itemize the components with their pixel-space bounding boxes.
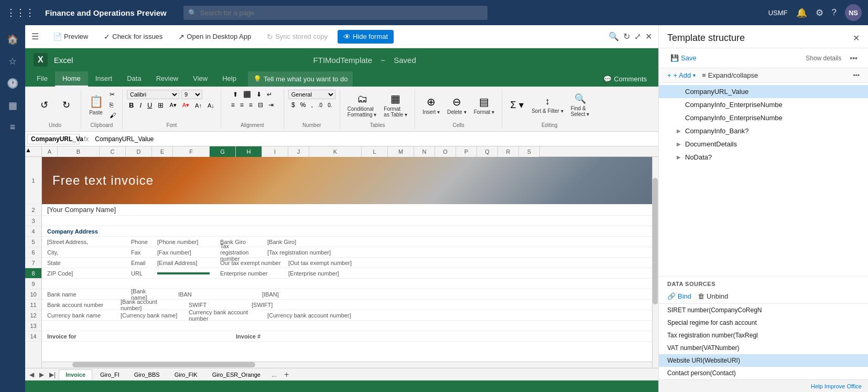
unbind-button[interactable]: 🗑 Unbind [698, 292, 728, 300]
sidebar-grid-icon[interactable]: ▦ [4, 96, 21, 115]
expand-icon[interactable]: ⤢ [634, 31, 641, 41]
notifications-icon[interactable]: 🔔 [796, 7, 807, 18]
tab-file[interactable]: File [29, 71, 55, 87]
align-left-button[interactable]: ≡ [229, 100, 237, 110]
app-grid-icon[interactable]: ⋮⋮⋮ [6, 7, 35, 18]
row-5[interactable]: 5 [25, 237, 41, 247]
check-issues-button[interactable]: ✓ Check for issues [98, 30, 168, 44]
formula-input[interactable] [93, 134, 656, 144]
sync-button[interactable]: ↻ Sync stored copy [261, 30, 333, 44]
search-toolbar-icon[interactable]: 🔍 [609, 31, 619, 41]
comma-button[interactable]: , [309, 100, 314, 110]
row-1[interactable]: 1 [25, 157, 41, 204]
col-s[interactable]: S [519, 146, 540, 157]
col-f[interactable]: F [173, 146, 210, 157]
font-color-button[interactable]: A▾ [180, 101, 191, 110]
sheet-tab-giro-esr[interactable]: Giro_ESR_Orange [205, 369, 267, 380]
decrease-font-button[interactable]: A↓ [205, 101, 216, 110]
expand-collapse-button[interactable]: ≡ Expand/collapse [702, 71, 758, 79]
italic-button[interactable]: I [137, 100, 144, 110]
tab-data[interactable]: Data [120, 71, 148, 87]
tab-home[interactable]: Home [55, 71, 88, 87]
help-icon[interactable]: ? [832, 7, 837, 18]
format-cells-button[interactable]: ▤ Format ▾ [471, 94, 497, 116]
add-button[interactable]: + + Add ▾ [667, 71, 696, 79]
cut-button[interactable]: ✂ [107, 90, 118, 99]
col-q[interactable]: Q [477, 146, 498, 157]
format-as-table-button[interactable]: ▦ Formatas Table ▾ [381, 91, 410, 119]
vertical-scrollbar[interactable] [652, 157, 658, 368]
align-top-button[interactable]: ⬆ [231, 90, 240, 99]
tree-item-companyinfo-1[interactable]: CompanyInfo_EnterpriseNumbe [659, 98, 868, 111]
sidebar-list-icon[interactable]: ≡ [6, 118, 20, 137]
row-7[interactable]: 7 [25, 258, 41, 268]
row-12[interactable]: 12 [25, 310, 41, 321]
sidebar-clock-icon[interactable]: 🕐 [3, 73, 23, 93]
col-k[interactable]: K [309, 146, 362, 157]
refresh-icon[interactable]: ↻ [623, 31, 630, 41]
avatar[interactable]: NS [845, 4, 862, 21]
row-6[interactable]: 6 [25, 247, 41, 258]
url-selected-cell[interactable] [157, 272, 210, 274]
underline-button[interactable]: U [145, 100, 154, 110]
save-button[interactable]: 💾 Save [667, 52, 700, 63]
corner-cell[interactable]: ▲ [25, 146, 42, 156]
tree-item-nodata[interactable]: ▶ NoData? [659, 151, 868, 164]
tab-nav-next[interactable]: ▶ [37, 370, 46, 379]
row-13[interactable]: 13 [25, 321, 41, 331]
col-r[interactable]: R [498, 146, 519, 157]
help-improve-label[interactable]: Help Improve Office [811, 383, 862, 389]
sheet-tab-giro-bbs[interactable]: Giro_BBS [127, 369, 167, 380]
border-button[interactable]: ⊞ [156, 100, 166, 110]
horizontal-scrollbar-thumb[interactable] [72, 362, 255, 367]
hamburger-icon[interactable]: ☰ [31, 31, 39, 41]
col-g[interactable]: G [210, 146, 236, 157]
tree-item-companyinfo-2[interactable]: CompanyInfo_EnterpriseNumbe [659, 111, 868, 124]
more-sheets-button[interactable]: ... [268, 370, 280, 379]
horizontal-scrollbar[interactable] [42, 362, 652, 368]
delete-cells-button[interactable]: ⊖ Delete ▾ [444, 94, 470, 116]
row-10[interactable]: 10 [25, 289, 41, 300]
col-j[interactable]: J [288, 146, 309, 157]
merge-button[interactable]: ⊟ [256, 100, 265, 110]
find-select-button[interactable]: 🔍 Find &Select ▾ [568, 91, 593, 119]
tree-item-companyinfo-bank[interactable]: ▶ CompanyInfo_Bank? [659, 124, 868, 137]
col-d[interactable]: D [126, 146, 152, 157]
row-9[interactable]: 9 [25, 279, 41, 289]
align-center-button[interactable]: ≡ [238, 100, 246, 110]
ds-item-website[interactable]: Website URI(WebsiteURI) [659, 354, 868, 367]
font-size-selector[interactable]: 9 [181, 90, 202, 99]
col-p[interactable]: P [456, 146, 477, 157]
sidebar-star-icon[interactable]: ☆ [4, 51, 21, 71]
sidebar-home-icon[interactable]: 🏠 [3, 29, 23, 49]
undo-button[interactable]: ↺ [34, 98, 55, 112]
bold-button[interactable]: B [127, 100, 136, 110]
fill-color-button[interactable]: A▾ [167, 101, 178, 110]
sheet-tab-giro-fi[interactable]: Giro_FI [93, 369, 126, 380]
row-14[interactable]: 14 [25, 331, 41, 342]
increase-decimal-button[interactable]: .0 [316, 100, 324, 110]
tab-insert[interactable]: Insert [88, 71, 120, 87]
ds-item-vat[interactable]: VAT number(VATNumber) [659, 342, 868, 354]
tab-help[interactable]: Help [215, 71, 244, 87]
row-4[interactable]: 4 [25, 226, 41, 237]
col-l[interactable]: L [362, 146, 388, 157]
currency-button[interactable]: $ [289, 100, 297, 110]
redo-button[interactable]: ↻ [56, 98, 77, 112]
hide-format-button[interactable]: 👁 Hide format [338, 30, 394, 44]
col-b[interactable]: B [58, 146, 100, 157]
tree-item-companyurl-value[interactable]: CompanyURL_Value [659, 85, 868, 98]
tab-view[interactable]: View [186, 71, 215, 87]
preview-button[interactable]: 📄 Preview [47, 30, 94, 44]
row-11[interactable]: 11 [25, 300, 41, 310]
col-m[interactable]: M [388, 146, 414, 157]
row-8[interactable]: 8 [25, 268, 41, 279]
bind-button[interactable]: 🔗 Bind [667, 292, 691, 300]
show-details-button[interactable]: Show details [806, 55, 841, 62]
sheet-tab-giro-fik[interactable]: Giro_FIK [168, 369, 204, 380]
ds-item-taxreg[interactable]: Tax registration number(TaxRegl [659, 329, 868, 342]
cell-ref-box[interactable]: CompanyURL_Va [27, 134, 80, 144]
autosum-button[interactable]: Σ ▾ [506, 98, 527, 112]
tab-review[interactable]: Review [149, 71, 186, 87]
col-e[interactable]: E [152, 146, 173, 157]
